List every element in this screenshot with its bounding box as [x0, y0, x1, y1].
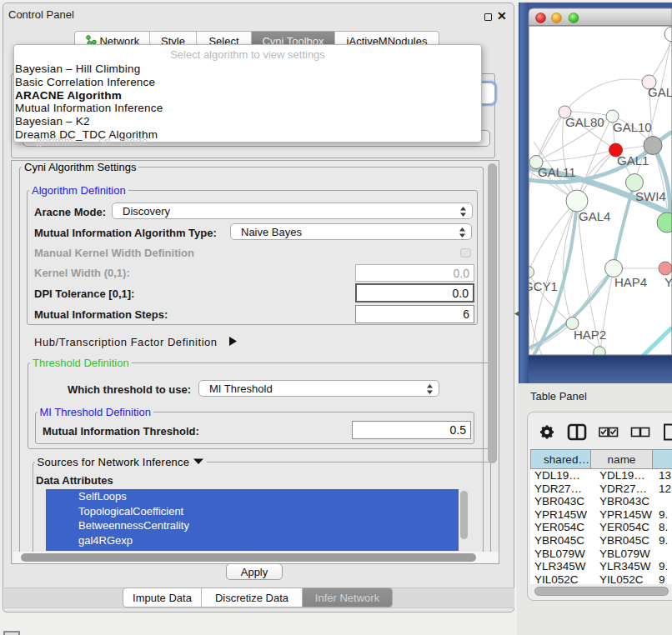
svg-text:GAL10: GAL10	[613, 120, 652, 134]
svg-text:GAL80: GAL80	[565, 115, 604, 129]
svg-text:GAL11: GAL11	[538, 165, 576, 179]
svg-text:GAL1: GAL1	[617, 153, 649, 168]
svg-text:GAL4: GAL4	[579, 209, 610, 223]
svg-text:YBR: YBR	[664, 275, 672, 289]
svg-text:HAP2: HAP2	[574, 328, 606, 342]
svg-text:HAP4: HAP4	[614, 275, 647, 289]
svg-text:SWI4: SWI4	[635, 189, 666, 203]
svg-text:GAL2: GAL2	[648, 85, 672, 99]
